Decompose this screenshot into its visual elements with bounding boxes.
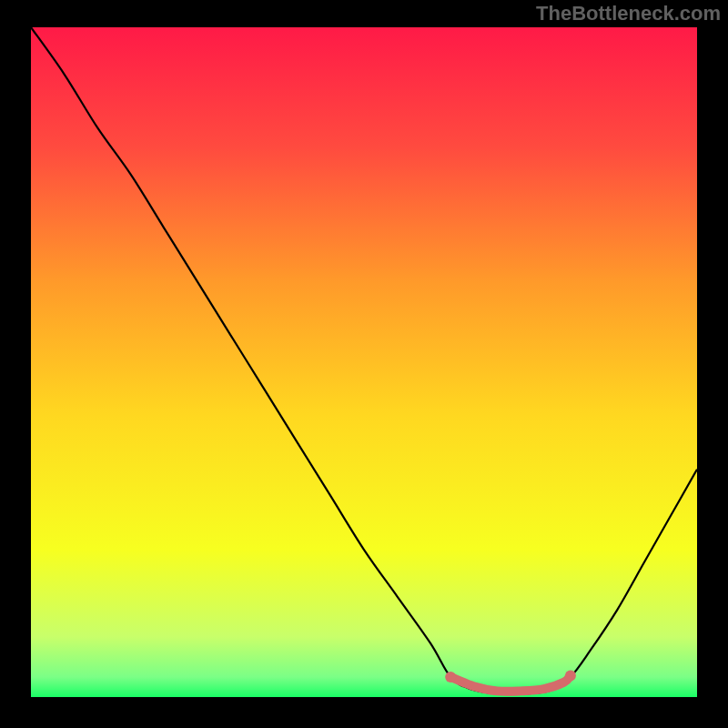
chart-container: TheBottleneck.com (0, 0, 728, 728)
plot-area (31, 27, 697, 697)
svg-point-1 (565, 670, 576, 681)
gradient-background (31, 27, 697, 697)
chart-svg (31, 27, 697, 697)
svg-point-0 (445, 672, 456, 682)
watermark-text: TheBottleneck.com (536, 2, 721, 25)
